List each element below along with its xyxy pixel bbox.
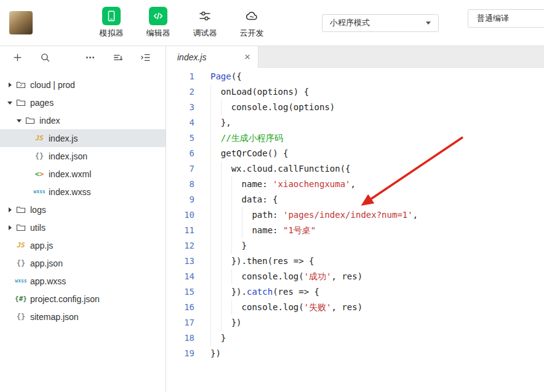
tree-item-index.js[interactable]: JSindex.js [0,129,166,147]
indent-guide [210,100,221,115]
js-file-icon: JS [15,242,27,249]
tree-item-label: app.json [30,258,63,268]
code-line-4: 4}, [166,115,544,130]
line-number: 16 [166,300,194,315]
code-line-2: 2onLoad(options) { [166,84,544,100]
indent-guide [210,330,221,346]
code-editor[interactable]: 1Page({2onLoad(options) {3console.log(op… [166,68,544,392]
more-actions-icon[interactable] [84,51,96,63]
line-number: 12 [166,238,194,254]
chevron-collapsed-icon[interactable] [6,81,15,89]
chevron-collapsed-icon[interactable] [6,223,15,232]
tree-item-index[interactable]: index [0,111,166,129]
code-lines: 1Page({2onLoad(options) {3console.log(op… [166,69,544,361]
json-file-icon: {} [15,260,27,267]
code-line-7: 7wx.cloud.callFunction({ [166,161,544,177]
tree-item-utils[interactable]: utils [0,218,166,236]
indent-guide [231,238,242,254]
indent-guide [221,161,231,177]
cloud-folder-icon [15,81,27,89]
tab-bar-filler [258,46,544,68]
toolbar-button-label: 云开发 [240,28,264,39]
tree-item-label: index [39,116,60,126]
chevron-collapsed-icon[interactable] [6,206,15,214]
code-line-17: 17}) [166,315,544,330]
code-text: name: 'xiaochengxuma', [210,177,356,192]
indent-guide [210,284,221,300]
code-line-9: 9data: { [166,192,544,207]
toolbar-button-label: 调试器 [193,28,217,39]
line-number: 9 [166,192,194,207]
code-text: console.log('成功', res) [210,269,362,284]
tree-item-cloud-prod[interactable]: cloud | prod [0,76,166,94]
code-line-13: 13}).then(res => { [166,254,544,269]
wxml-file-icon: <> [33,170,46,178]
indent-guide [210,207,221,223]
toolbar-button-simulator[interactable]: 模拟器 [88,7,135,39]
toolbar-button-debugger[interactable]: 调试器 [182,7,228,39]
code-text: path: 'pages/index/index?num=1', [210,207,418,223]
chevron-down-icon [426,22,431,25]
sort-files-icon[interactable] [111,51,124,63]
indent-guide [221,315,231,330]
tree-item-index.wxss[interactable]: wxssindex.wxss [0,183,166,201]
toolbar-button-editor[interactable]: 编辑器 [135,7,182,39]
code-text: data: { [210,192,278,207]
indent-guide [210,254,221,269]
code-text: wx.cloud.callFunction({ [210,161,351,177]
indent-guide [210,223,221,238]
indent-guide [221,100,231,115]
wxss-file-icon: wxss [15,279,27,284]
indent-guide [221,269,231,284]
compile-dropdown-label: 普通编译 [477,13,509,24]
folder-icon [15,98,27,107]
mode-dropdown[interactable]: 小程序模式 [322,14,439,32]
line-number: 4 [166,115,194,130]
tree-item-app.json[interactable]: {}app.json [0,254,166,272]
collapse-folders-icon[interactable] [139,51,151,63]
json-file-icon: {} [33,153,46,160]
tree-item-label: cloud | prod [30,80,75,90]
config-file-icon: {#} [15,295,27,302]
tree-item-pages[interactable]: pages [0,94,166,111]
indent-guide [210,146,221,161]
line-number: 15 [166,284,194,300]
cloud-icon [242,7,261,25]
close-icon[interactable]: × [244,52,250,62]
tree-item-app.js[interactable]: JSapp.js [0,236,166,254]
chevron-expanded-icon[interactable] [6,98,15,107]
code-text: }).then(res => { [210,254,314,269]
line-number: 17 [166,315,194,330]
toolbar-nav: 模拟器编辑器调试器云开发 [88,7,275,39]
editor-icon [149,7,167,25]
code-line-15: 15}).catch(res => { [166,284,544,300]
line-number: 8 [166,177,194,192]
tree-item-index.wxml[interactable]: <>index.wxml [0,165,166,183]
tab-index-js[interactable]: index.js × [166,46,258,68]
tree-item-project.config.json[interactable]: {#}project.config.json [0,290,166,308]
tree-item-label: app.wxss [30,276,66,286]
tree-item-sitemap.json[interactable]: {}sitemap.json [0,308,166,326]
chevron-expanded-icon[interactable] [15,116,24,125]
tree-item-index.json[interactable]: {}index.json [0,147,166,165]
code-line-1: 1Page({ [166,69,544,84]
tree-item-app.wxss[interactable]: wxssapp.wxss [0,272,166,290]
json-file-icon: {} [15,313,27,321]
indent-guide [210,130,221,146]
code-text: }).catch(res => { [210,284,319,300]
indent-guide [231,177,242,192]
line-number: 6 [166,146,194,161]
indent-guide [221,238,231,254]
tree-item-logs[interactable]: logs [0,201,166,218]
indent-guide [221,300,231,315]
toolbar-button-cloud[interactable]: 云开发 [228,7,275,39]
tree-item-label: app.js [30,241,53,250]
new-file-icon[interactable] [11,51,23,63]
tree-item-label: index.js [49,134,78,143]
folder-icon [15,206,27,214]
code-text: } [210,330,226,346]
compile-dropdown[interactable]: 普通编译 [468,9,544,28]
search-icon[interactable] [39,51,51,63]
user-avatar[interactable] [9,11,33,34]
code-line-14: 14console.log('成功', res) [166,269,544,284]
